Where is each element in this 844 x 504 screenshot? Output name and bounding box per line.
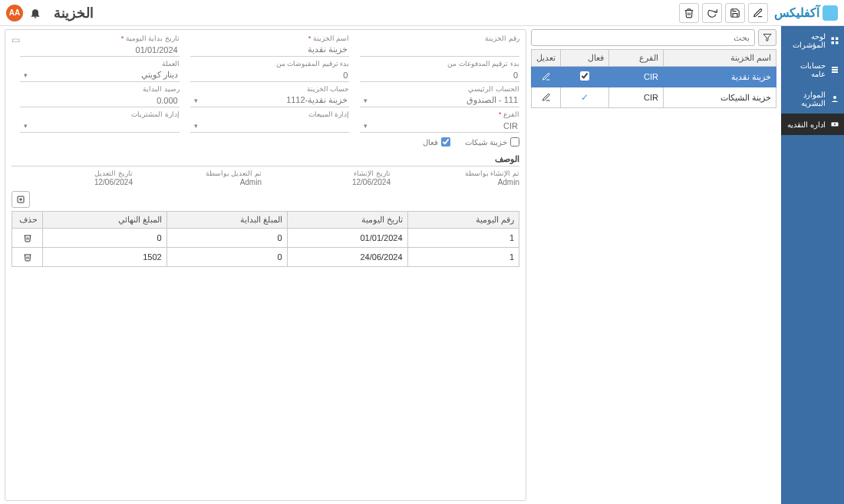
val-main-account[interactable]: 111 - الصندوق bbox=[368, 95, 519, 105]
chevron-down-icon[interactable]: ▾ bbox=[190, 122, 198, 130]
lbl-purchases-mgmt: إدارة المشتريات bbox=[20, 110, 180, 118]
svg-rect-1 bbox=[836, 38, 839, 41]
val-modified-by: Admin bbox=[240, 178, 262, 186]
lbl-journal-start-date: تاريخ بداية اليومية bbox=[20, 35, 180, 42]
val-treasury-account[interactable]: خزينة نقدية-1112 bbox=[198, 95, 350, 105]
description-label: الوصف bbox=[12, 151, 519, 166]
sidebar-item-accounts[interactable]: حسابات عامه bbox=[781, 55, 844, 84]
active-checkbox[interactable] bbox=[441, 137, 450, 147]
lbl-cheque-treasury: خزينة شيكات bbox=[465, 138, 507, 147]
cell-journal-no: 1 bbox=[407, 248, 519, 267]
lbl-start-balance: رصيد البداية bbox=[20, 85, 180, 93]
cell-journal-date: 24/06/2024 bbox=[287, 248, 407, 267]
cell-branch: CIR bbox=[609, 67, 664, 87]
table-row[interactable]: خزينة الشيكاتCIR✓ bbox=[532, 87, 776, 108]
edit-button[interactable] bbox=[748, 3, 768, 23]
lbl-treasury-account: حساب الخزينة bbox=[190, 85, 350, 93]
active-check[interactable] bbox=[580, 71, 589, 81]
cell-start-amount: 0 bbox=[166, 248, 287, 267]
val-receipts-from[interactable]: 0 bbox=[190, 71, 350, 80]
cell-name: خزينة نقدية bbox=[663, 67, 776, 87]
sidebar-item-label: لوحه المؤشرات bbox=[786, 32, 826, 49]
svg-rect-2 bbox=[832, 41, 835, 44]
col-branch: الفرع bbox=[609, 50, 664, 67]
lbl-treasury-no: رقم الخزينة bbox=[360, 35, 519, 42]
chevron-down-icon[interactable]: ▾ bbox=[360, 97, 368, 104]
svg-marker-7 bbox=[763, 35, 771, 41]
val-created-at: 12/06/2024 bbox=[352, 178, 391, 186]
dcol-journal-no: رقم اليومية bbox=[407, 212, 519, 229]
lbl-treasury-name: اسم الخزينة bbox=[190, 35, 350, 42]
edit-row-button[interactable] bbox=[539, 91, 553, 104]
title-area: الخزينة AA bbox=[6, 5, 94, 21]
lbl-sales-mgmt: إدارة المبيعات bbox=[190, 110, 350, 118]
lbl-modified-by: تم التعديل بواسطة bbox=[140, 170, 262, 177]
table-row[interactable]: 124/06/202401502 bbox=[12, 248, 519, 267]
lbl-currency: العملة bbox=[20, 60, 180, 68]
table-row[interactable]: خزينة نقديةCIR bbox=[532, 67, 776, 87]
table-row[interactable]: 101/01/202400 bbox=[12, 229, 519, 248]
chevron-down-icon[interactable]: ▾ bbox=[190, 97, 198, 104]
lbl-created-at: تاريخ الإنشاء bbox=[269, 170, 391, 177]
list-panel: اسم الخزينة الفرع فعال تعديل خزينة نقدية… bbox=[531, 29, 776, 501]
accounts-icon bbox=[830, 65, 839, 74]
sidebar-item-cash[interactable]: اداره النقديه bbox=[781, 114, 844, 135]
val-branch[interactable]: CIR bbox=[368, 121, 519, 130]
sidebar-item-hr[interactable]: الموارد البشريه bbox=[781, 84, 844, 114]
svg-point-6 bbox=[834, 124, 836, 125]
filter-button[interactable] bbox=[758, 29, 776, 46]
sidebar: لوحه المؤشرات حسابات عامه الموارد البشري… bbox=[781, 26, 844, 504]
lbl-active: فعال bbox=[423, 138, 438, 147]
page-title: الخزينة bbox=[54, 5, 94, 21]
delete-row-button[interactable] bbox=[21, 251, 34, 263]
val-treasury-name[interactable]: خزينة نقدية bbox=[190, 44, 350, 54]
bell-icon[interactable] bbox=[29, 7, 41, 19]
chevron-down-icon[interactable]: ▾ bbox=[360, 122, 368, 130]
chevron-down-icon[interactable]: ▾ bbox=[20, 71, 28, 79]
col-edit: تعديل bbox=[532, 50, 561, 67]
dcol-end-amount: المبلغ النهائي bbox=[43, 212, 167, 229]
lbl-created-by: تم الإنشاء بواسطة bbox=[398, 170, 519, 177]
cell-name: خزينة الشيكات bbox=[663, 87, 776, 108]
dcol-start-amount: المبلغ البداية bbox=[166, 212, 287, 229]
cell-start-amount: 0 bbox=[166, 229, 287, 248]
svg-rect-3 bbox=[836, 41, 839, 44]
sidebar-item-label: اداره النقديه bbox=[787, 120, 826, 129]
col-name: اسم الخزينة bbox=[663, 50, 776, 67]
cash-icon bbox=[830, 120, 839, 129]
avatar[interactable]: AA bbox=[6, 5, 23, 21]
col-active: فعال bbox=[561, 50, 609, 67]
delete-button[interactable] bbox=[679, 3, 699, 23]
val-payments-from[interactable]: 0 bbox=[360, 71, 519, 80]
val-start-balance[interactable]: 0.000 bbox=[20, 96, 180, 105]
edit-row-button[interactable] bbox=[539, 70, 553, 84]
cheque-treasury-checkbox[interactable] bbox=[510, 137, 519, 147]
val-journal-start-date[interactable]: 01/01/2024 bbox=[20, 45, 180, 54]
minimize-icon[interactable]: ▭ bbox=[12, 35, 20, 45]
chevron-down-icon[interactable]: ▾ bbox=[20, 122, 28, 130]
lbl-main-account: الحساب الرئيسي bbox=[360, 85, 519, 93]
cell-journal-date: 01/01/2024 bbox=[287, 229, 407, 248]
brand-logo bbox=[823, 5, 838, 21]
treasury-list-table: اسم الخزينة الفرع فعال تعديل خزينة نقدية… bbox=[531, 49, 776, 108]
cell-journal-no: 1 bbox=[407, 229, 519, 248]
delete-row-button[interactable] bbox=[21, 232, 34, 244]
sidebar-item-label: الموارد البشريه bbox=[786, 91, 826, 107]
sidebar-item-dashboard[interactable]: لوحه المؤشرات bbox=[781, 26, 844, 55]
lbl-branch: الفرع bbox=[360, 110, 519, 118]
refresh-button[interactable] bbox=[702, 3, 722, 23]
brand: آكفليكس bbox=[774, 5, 838, 21]
val-modified-at: 12/06/2024 bbox=[94, 178, 133, 186]
brand-text: آكفليكس bbox=[774, 5, 819, 20]
cell-branch: CIR bbox=[609, 87, 664, 108]
svg-rect-0 bbox=[832, 38, 835, 41]
add-row-button[interactable] bbox=[12, 191, 30, 208]
val-currency[interactable]: دينار كويتي bbox=[28, 70, 180, 80]
lbl-modified-at: تاريخ التعديل bbox=[12, 170, 133, 177]
lbl-receipts-from: بدء ترقيم المقبوضات من bbox=[190, 60, 350, 68]
search-input[interactable] bbox=[531, 29, 755, 46]
topbar-actions bbox=[679, 3, 768, 23]
save-button[interactable] bbox=[725, 3, 745, 23]
cell-end-amount: 1502 bbox=[43, 248, 167, 267]
cell-active: ✓ bbox=[561, 87, 609, 108]
